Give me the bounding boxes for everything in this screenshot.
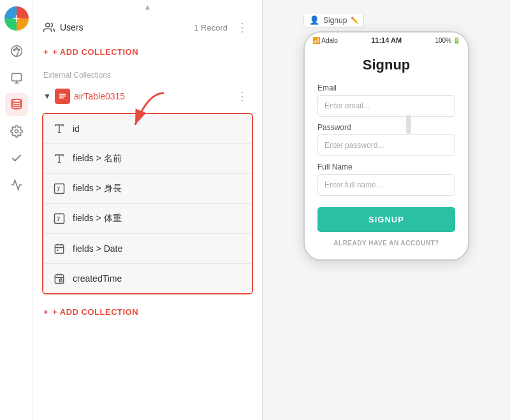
battery-icon: 🔋: [453, 37, 460, 44]
field-label-date: fields > Date: [73, 243, 122, 254]
screen-icon[interactable]: [5, 66, 28, 89]
field-row-name[interactable]: fields > 名前: [43, 144, 252, 174]
database-icon[interactable]: [5, 93, 28, 116]
battery-indicator: 100% 🔋: [435, 37, 460, 44]
field-label-created-time: createdTime: [73, 273, 122, 284]
signal-icon: 📶 Adalo: [312, 37, 338, 44]
already-account-text[interactable]: ALREADY HAVE AN ACCOUNT?: [317, 240, 455, 247]
add-collection-label-bottom: + ADD COLLECTION: [52, 307, 138, 317]
phone-status-bar: 📶 Adalo 11:14 AM 100% 🔋: [305, 33, 468, 47]
phone-wrapper: 👤 Signup ✏️ 📶 Adalo 11:14 AM 100% 🔋 Sign…: [303, 13, 469, 261]
airtable-collection-name: airTable0315: [74, 91, 125, 101]
collections-panel: ▲ Users 1 Record ⋮ + + ADD COLLECTION Ex…: [33, 0, 263, 420]
users-record-count: 1 Record: [194, 23, 228, 33]
svg-point-3: [18, 49, 20, 51]
svg-point-9: [46, 23, 50, 27]
svg-rect-12: [59, 98, 64, 99]
text-field-icon: [52, 122, 66, 136]
svg-rect-26: [57, 250, 58, 251]
fullname-input-display: Enter full name...: [317, 174, 455, 196]
tab-user-icon: 👤: [309, 15, 319, 25]
svg-point-2: [15, 48, 17, 50]
email-label: Email: [317, 83, 455, 92]
field-row-height[interactable]: 7 fields > 身長: [43, 174, 252, 204]
field-label-name: fields > 名前: [73, 153, 122, 164]
users-collection-name: Users: [60, 22, 84, 33]
fullname-label: Full Name: [317, 163, 455, 171]
datetime-field-icon: [52, 272, 66, 286]
add-collection-plus-icon-bottom: +: [43, 307, 48, 317]
tab-expand-icon: ✏️: [351, 17, 358, 24]
svg-rect-10: [59, 94, 66, 95]
icon-rail: +: [0, 0, 33, 420]
tab-label: Signup: [323, 16, 347, 25]
airtable-caret-icon: ▼: [43, 92, 51, 101]
svg-point-7: [11, 99, 21, 103]
airtable-more-button[interactable]: ⋮: [233, 89, 252, 103]
add-collection-button-bottom[interactable]: + + ADD COLLECTION: [33, 301, 262, 323]
airtable-icon: [55, 89, 70, 104]
svg-text:7: 7: [57, 185, 61, 192]
text-field-icon-2: [52, 152, 66, 166]
email-input-display: Enter email...: [317, 95, 455, 117]
add-collection-button-top[interactable]: + + ADD COLLECTION: [33, 41, 262, 63]
svg-point-8: [15, 130, 18, 133]
external-collections-label: External Collections: [33, 63, 262, 83]
field-row-date[interactable]: fields > Date: [43, 234, 252, 264]
analytics-icon[interactable]: [5, 173, 28, 196]
airtable-fields-container: id fields > 名前 7 fields > 身長: [42, 113, 253, 294]
scroll-up-indicator: ▲: [33, 0, 262, 14]
add-collection-label-top: + ADD COLLECTION: [52, 47, 138, 57]
svg-rect-27: [55, 275, 64, 284]
publish-icon[interactable]: [5, 147, 28, 170]
svg-point-1: [13, 49, 15, 51]
signup-tab[interactable]: 👤 Signup ✏️: [303, 13, 364, 27]
date-field-icon: [52, 242, 66, 256]
phone-content: Signup Email Enter email... Password Ent…: [305, 47, 468, 259]
field-row-id[interactable]: id: [43, 114, 252, 144]
settings-icon[interactable]: [5, 120, 28, 143]
add-button[interactable]: +: [4, 6, 29, 31]
users-collection-row[interactable]: Users 1 Record ⋮: [33, 14, 262, 41]
users-more-button[interactable]: ⋮: [233, 20, 252, 34]
status-time: 11:14 AM: [371, 36, 402, 44]
svg-rect-22: [55, 245, 64, 254]
signup-button[interactable]: SIGNUP: [317, 207, 455, 232]
svg-rect-11: [59, 96, 66, 97]
field-label-height: fields > 身長: [73, 183, 122, 194]
phone-mockup: 📶 Adalo 11:14 AM 100% 🔋 Signup Email Ent…: [303, 31, 469, 261]
number-field-icon: 7: [52, 182, 66, 196]
password-label: Password: [317, 123, 455, 132]
resize-handle[interactable]: [406, 115, 411, 134]
phone-screen-title: Signup: [317, 57, 455, 73]
field-row-created-time[interactable]: createdTime: [43, 264, 252, 293]
add-collection-plus-icon: +: [43, 47, 48, 57]
field-row-weight[interactable]: 7 fields > 体重: [43, 204, 252, 234]
palette-icon[interactable]: [5, 40, 28, 62]
airtable-collection-header[interactable]: ▼ airTable0315 ⋮: [33, 83, 262, 109]
password-input-display: Enter password...: [317, 134, 455, 156]
plus-icon: +: [13, 12, 20, 25]
field-label-weight: fields > 体重: [73, 213, 122, 224]
number-field-icon-2: 7: [52, 212, 66, 226]
preview-area: 👤 Signup ✏️ 📶 Adalo 11:14 AM 100% 🔋 Sign…: [263, 0, 510, 420]
users-icon: [43, 22, 55, 33]
svg-text:7: 7: [57, 215, 61, 222]
svg-rect-4: [11, 73, 21, 81]
field-label-id: id: [73, 124, 80, 134]
